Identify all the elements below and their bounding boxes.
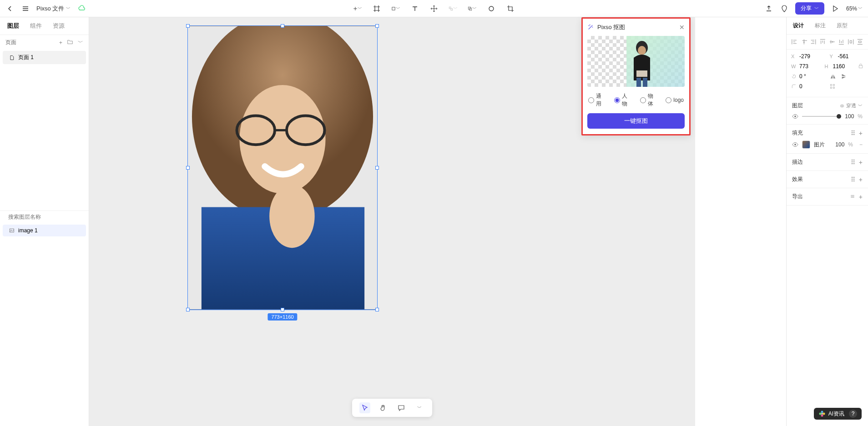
rotation-input[interactable] [799, 73, 819, 80]
resize-handle[interactable] [186, 166, 190, 170]
h-label: H [825, 64, 830, 69]
zoom-control[interactable]: 65% ﹀ [846, 5, 863, 12]
cursor-tool-icon[interactable] [359, 402, 370, 413]
tab-components[interactable]: 组件 [30, 22, 42, 30]
layer-item[interactable]: image 1 [3, 225, 86, 236]
close-icon[interactable]: ✕ [679, 24, 685, 31]
radio-general[interactable]: 通用 [588, 92, 607, 108]
flip-v-icon[interactable] [841, 73, 847, 80]
radio-object[interactable]: 物体 [640, 92, 659, 108]
export-icon[interactable] [764, 4, 773, 13]
svg-point-17 [638, 46, 646, 55]
collapse-pages-icon[interactable]: ﹀ [78, 39, 83, 46]
add-effect-icon[interactable]: + [859, 176, 863, 183]
add-fill-icon[interactable]: + [859, 130, 863, 137]
radius-input[interactable] [799, 83, 819, 90]
x-input[interactable] [799, 53, 819, 60]
share-button[interactable]: 分享 ﹀ [795, 2, 824, 15]
add-stroke-icon[interactable]: + [859, 159, 863, 166]
hand-tool-icon[interactable] [378, 402, 389, 413]
crop-tool-icon[interactable] [506, 4, 515, 13]
tab-prototype[interactable]: 原型 [837, 22, 848, 30]
resize-handle[interactable] [281, 308, 284, 311]
selection-frame[interactable]: 773×1160 [187, 25, 378, 310]
frame-tool-icon[interactable] [372, 4, 381, 13]
stroke-section: 描边 ⠿ + [787, 154, 868, 171]
fill-opacity: 100 [835, 141, 844, 148]
export-settings-icon[interactable] [850, 193, 855, 200]
resize-handle[interactable] [186, 24, 190, 28]
blend-mode-select[interactable]: 穿透 ﹀ [840, 102, 863, 109]
page-item[interactable]: 页面 1 [3, 51, 86, 64]
shape-tool-icon[interactable]: ﹀ [391, 4, 400, 13]
popup-title: Pixso 抠图 [597, 23, 625, 31]
styles-icon[interactable]: ⠿ [851, 176, 855, 183]
tab-design[interactable]: 设计 [793, 22, 804, 30]
h-input[interactable] [833, 63, 853, 70]
comment-tool-icon[interactable] [396, 402, 407, 413]
topbar: Pixso 文件 ﹀ ﹀ ﹀ ﹀ ﹀ 分享 ﹀ 65% ﹀ [0, 0, 868, 17]
add-tool-icon[interactable]: ﹀ [353, 4, 362, 13]
help-icon[interactable]: ? [849, 410, 857, 418]
flip-h-icon[interactable] [830, 73, 836, 80]
location-icon[interactable] [780, 4, 789, 13]
remove-fill-icon[interactable]: − [859, 141, 863, 148]
search-input[interactable] [8, 214, 76, 220]
effect-section: 效果 ⠿ + [787, 171, 868, 188]
image-layer-icon [9, 228, 15, 233]
component-tool-icon[interactable]: ﹀ [449, 4, 458, 13]
visibility-icon[interactable] [792, 113, 798, 120]
ellipse-tool-icon[interactable] [487, 4, 496, 13]
tab-inspect[interactable]: 标注 [815, 22, 826, 30]
resize-handle[interactable] [186, 308, 190, 311]
move-tool-icon[interactable] [429, 4, 439, 13]
radio-person[interactable]: 人物 [614, 92, 633, 108]
cutout-button[interactable]: 一键抠图 [587, 113, 685, 129]
add-page-icon[interactable]: + [59, 40, 62, 46]
lock-aspect-icon[interactable] [858, 63, 863, 69]
align-vcenter-icon[interactable] [829, 38, 836, 45]
radio-logo[interactable]: logo [666, 97, 684, 103]
align-hcenter-icon[interactable] [801, 38, 807, 45]
svg-rect-24 [833, 87, 834, 89]
cutout-popup: Pixso 抠图 ✕ 通用 人物 物体 logo 一键抠图 [581, 17, 691, 135]
tab-assets[interactable]: 资源 [53, 22, 65, 30]
distribute-v-icon[interactable] [857, 38, 863, 45]
svg-rect-0 [392, 7, 395, 10]
align-bottom-icon[interactable] [838, 38, 845, 45]
more-tools-icon[interactable]: ﹀ [414, 402, 425, 413]
resize-handle[interactable] [375, 166, 379, 170]
align-left-icon[interactable] [791, 38, 798, 45]
cloud-sync-icon[interactable] [77, 4, 86, 13]
align-right-icon[interactable] [810, 38, 817, 45]
add-export-icon[interactable]: + [859, 193, 863, 200]
resize-handle[interactable] [375, 24, 379, 28]
resize-handle[interactable] [375, 308, 379, 311]
opacity-slider[interactable] [802, 116, 841, 117]
file-title[interactable]: Pixso 文件 ﹀ [36, 5, 71, 13]
page-folder-icon[interactable] [67, 39, 73, 46]
independent-corners-icon[interactable] [830, 84, 835, 89]
align-top-icon[interactable] [819, 38, 826, 45]
text-tool-icon[interactable] [410, 4, 419, 13]
styles-icon[interactable]: ⠿ [851, 130, 855, 137]
y-label: Y [830, 54, 835, 59]
boolean-tool-icon[interactable]: ﹀ [468, 4, 477, 13]
layer-name: image 1 [18, 227, 38, 234]
y-input[interactable] [838, 53, 858, 60]
fill-swatch[interactable] [802, 140, 810, 149]
styles-icon[interactable]: ⠿ [851, 159, 855, 166]
distribute-h-icon[interactable] [848, 38, 854, 45]
export-title: 导出 [792, 193, 846, 200]
file-title-text: Pixso 文件 [36, 5, 64, 13]
back-icon[interactable] [5, 4, 15, 13]
opacity-unit: % [858, 113, 863, 120]
resize-handle[interactable] [281, 24, 284, 28]
play-icon[interactable] [831, 4, 840, 13]
rotation-icon [791, 74, 797, 79]
menu-icon[interactable] [21, 4, 30, 13]
visibility-icon[interactable] [792, 141, 798, 148]
tab-layers[interactable]: 图层 [7, 22, 19, 30]
chevron-down-icon: ﹀ [814, 5, 819, 12]
w-input[interactable] [799, 63, 819, 70]
